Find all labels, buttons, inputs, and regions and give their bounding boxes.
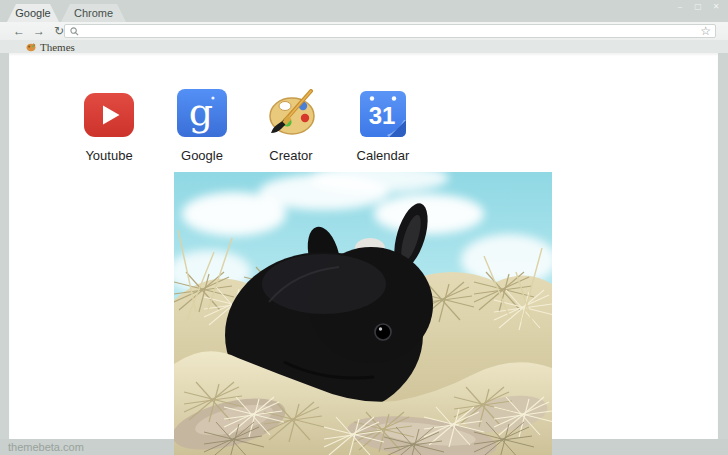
minimize-icon[interactable]: – — [674, 2, 686, 12]
google-g-icon: g — [177, 89, 227, 137]
tab-chrome[interactable]: Chrome — [61, 4, 126, 22]
shortcut-label: Calendar — [346, 148, 420, 163]
shortcut-label: Google — [165, 148, 239, 163]
shortcut-label: Creator — [254, 148, 328, 163]
shortcut-google[interactable]: g Google — [165, 89, 239, 163]
themebeta-favicon — [26, 42, 36, 52]
svg-text:g: g — [189, 90, 213, 134]
shortcut-calendar[interactable]: 31 Calendar — [346, 91, 420, 163]
bookmark-star-icon[interactable]: ☆ — [700, 25, 711, 37]
forward-icon[interactable]: → — [32, 24, 46, 38]
window-controls: – ▢ ✕ — [674, 2, 722, 12]
tab-strip: Google Chrome – ▢ ✕ — [0, 0, 728, 22]
search-icon — [70, 27, 79, 36]
tab-google[interactable]: Google — [7, 4, 59, 22]
shortcut-youtube[interactable]: Youtube — [72, 93, 146, 163]
shortcut-creator[interactable]: Creator — [254, 89, 328, 163]
close-icon[interactable]: ✕ — [710, 2, 722, 12]
tab-chrome-label: Chrome — [74, 7, 113, 19]
svg-text:31: 31 — [369, 102, 396, 129]
theme-image-black-rabbit-in-hay — [174, 172, 552, 455]
back-icon[interactable]: ← — [12, 24, 26, 38]
calendar-31-icon: 31 — [360, 91, 406, 137]
bookmark-label: Themes — [40, 41, 75, 53]
address-input[interactable] — [84, 25, 700, 37]
maximize-icon[interactable]: ▢ — [692, 2, 704, 12]
bookmarks-bar: Themes — [0, 40, 728, 53]
bookmark-item-themes[interactable]: Themes — [26, 41, 75, 53]
omnibox[interactable]: ☆ — [64, 24, 716, 38]
browser-window: Google Chrome – ▢ ✕ ← → ↻ ☆ — [0, 0, 728, 455]
youtube-play-icon — [84, 93, 134, 137]
creator-palette-icon — [265, 89, 317, 137]
toolbar: ← → ↻ ☆ — [0, 22, 728, 40]
tab-google-label: Google — [15, 7, 50, 19]
watermark-text: themebeta.com — [8, 441, 84, 453]
shortcut-label: Youtube — [72, 148, 146, 163]
